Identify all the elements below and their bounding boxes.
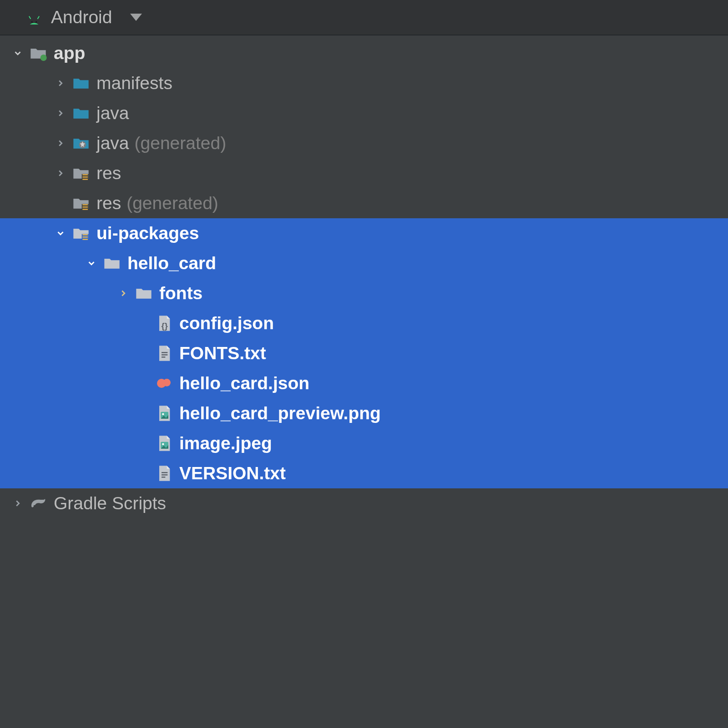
expand-toggle-icon[interactable] [12, 47, 24, 59]
tree-label: config.json [179, 313, 274, 333]
svg-point-25 [162, 413, 164, 415]
expand-toggle-icon[interactable] [55, 227, 66, 239]
tree-label: hello_card_preview.png [179, 403, 381, 423]
tree-node-preview-png[interactable]: hello_card_preview.png [0, 398, 728, 428]
resource-folder-icon [72, 224, 90, 242]
tree-label: manifests [96, 73, 172, 93]
tree-label: res [96, 163, 121, 183]
tree-node-hello-card[interactable]: hello_card [0, 248, 728, 278]
tree-node-fonts-txt[interactable]: FONTS.txt [0, 338, 728, 368]
expand-toggle-icon[interactable] [55, 107, 66, 119]
tree-node-hello-card-json[interactable]: hello_card.json [0, 368, 728, 398]
text-file-icon [155, 344, 173, 362]
svg-point-27 [162, 443, 164, 445]
svg-point-0 [31, 21, 33, 23]
expand-toggle-icon[interactable] [12, 497, 24, 509]
project-view-header[interactable]: Android [0, 0, 728, 35]
tree-label: ui-packages [96, 223, 199, 243]
expand-toggle-icon[interactable] [55, 167, 66, 179]
tree-label: hello_card.json [179, 373, 309, 393]
tree-suffix: (generated) [126, 193, 218, 213]
svg-point-1 [35, 21, 37, 23]
tree-label: hello_card [127, 253, 216, 273]
resource-folder-icon [72, 194, 90, 212]
relay-file-icon [155, 374, 173, 392]
project-tree: app manifests java [0, 35, 728, 518]
tree-label: res [96, 193, 121, 213]
tree-label: fonts [159, 283, 202, 303]
json-file-icon: {} [155, 314, 173, 332]
tree-label: image.jpeg [179, 433, 272, 453]
dropdown-arrow-icon[interactable] [130, 14, 142, 21]
tree-label: java [96, 133, 129, 153]
tree-label: VERSION.txt [179, 463, 286, 483]
svg-point-31 [34, 505, 35, 507]
image-file-icon [155, 434, 173, 452]
resource-folder-icon [72, 164, 90, 182]
svg-line-2 [29, 16, 30, 19]
tree-node-app[interactable]: app [0, 38, 728, 68]
tree-node-image-jpeg[interactable]: image.jpeg [0, 428, 728, 458]
expand-toggle-icon[interactable] [86, 257, 97, 269]
tree-node-res[interactable]: res [0, 158, 728, 188]
svg-point-23 [163, 379, 171, 387]
folder-icon [72, 104, 90, 122]
folder-icon [135, 284, 153, 302]
tree-label: Gradle Scripts [54, 493, 166, 513]
module-folder-icon [29, 44, 47, 62]
folder-icon [72, 74, 90, 92]
tree-node-res-generated[interactable]: res (generated) [0, 188, 728, 218]
tree-node-java[interactable]: java [0, 98, 728, 128]
tree-label: FONTS.txt [179, 343, 266, 363]
tree-node-version-txt[interactable]: VERSION.txt [0, 458, 728, 488]
project-tool-window: Android app [0, 0, 728, 728]
tree-node-java-generated[interactable]: java (generated) [0, 128, 728, 158]
android-icon [25, 11, 43, 24]
tree-label: java [96, 103, 129, 123]
svg-line-3 [38, 16, 39, 19]
generated-folder-icon [72, 134, 90, 152]
image-file-icon [155, 404, 173, 422]
gradle-icon [29, 494, 47, 512]
tree-node-ui-packages[interactable]: ui-packages [0, 218, 728, 248]
tree-label: app [54, 43, 85, 63]
text-file-icon [155, 464, 173, 482]
tree-node-manifests[interactable]: manifests [0, 68, 728, 98]
tree-suffix: (generated) [135, 133, 227, 153]
project-view-label: Android [51, 7, 112, 27]
tree-node-config-json[interactable]: {} config.json [0, 308, 728, 338]
svg-point-4 [40, 55, 47, 61]
tree-node-gradle-scripts[interactable]: Gradle Scripts [0, 488, 728, 518]
svg-text:{}: {} [162, 321, 168, 331]
expand-toggle-icon[interactable] [117, 287, 129, 299]
expand-toggle-icon[interactable] [55, 77, 66, 89]
tree-node-fonts[interactable]: fonts [0, 278, 728, 308]
folder-icon [103, 254, 121, 272]
expand-toggle-icon[interactable] [55, 137, 66, 149]
